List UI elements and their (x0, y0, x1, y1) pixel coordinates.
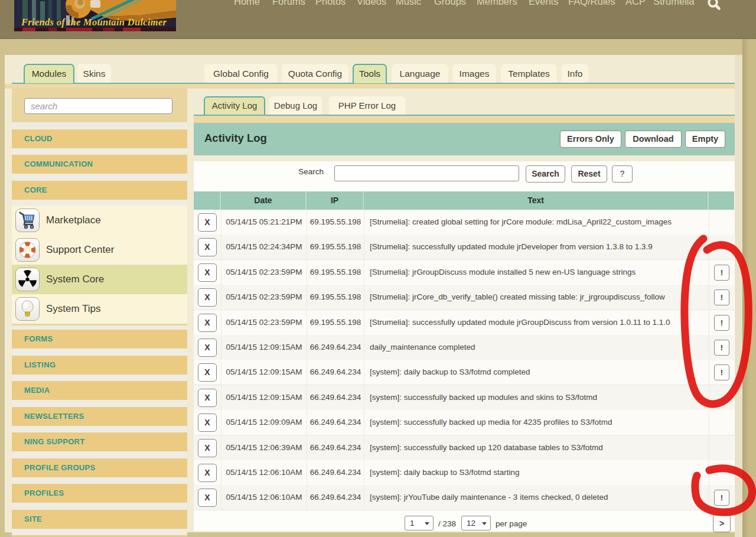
svg-text:Friends of the Mountain Dulcim: Friends of the Mountain Dulcimer (21, 17, 167, 28)
